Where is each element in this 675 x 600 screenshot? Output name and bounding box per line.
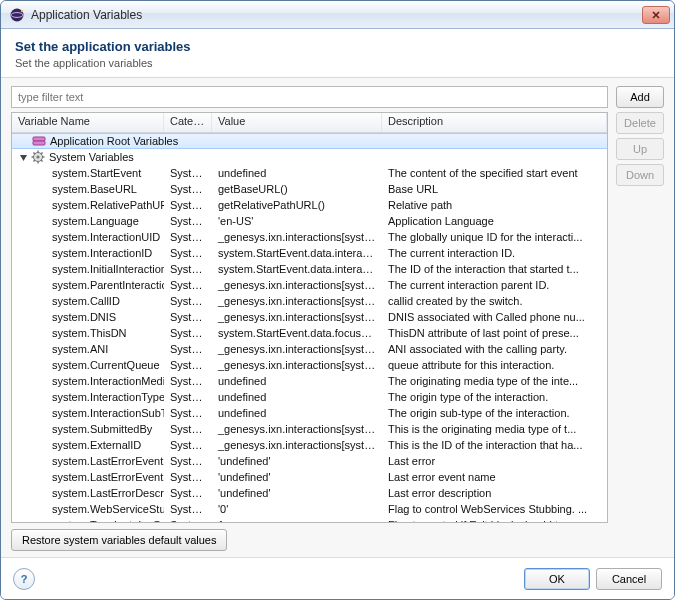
cell-description: The current interaction parent ID. — [382, 277, 607, 293]
svg-line-13 — [41, 152, 43, 154]
folder-icon — [32, 134, 46, 148]
column-header-value[interactable]: Value — [212, 113, 382, 132]
cell-name: system.SubmittedBy — [12, 421, 164, 437]
column-header-name[interactable]: Variable Name — [12, 113, 164, 132]
table-row[interactable]: system.SubmittedBySystem_genesys.ixn.int… — [12, 421, 607, 437]
cell-category: System — [164, 389, 212, 405]
cancel-button[interactable]: Cancel — [596, 568, 662, 590]
table-row[interactable]: system.InteractionSubTypSystemundefinedT… — [12, 405, 607, 421]
cell-name: system.Language — [12, 213, 164, 229]
cell-name: system.InitialInteractionID — [12, 261, 164, 277]
side-buttons: Add Delete Up Down — [616, 86, 664, 551]
table-row[interactable]: system.DNISSystem_genesys.ixn.interactio… — [12, 309, 607, 325]
cell-name: system.DNIS — [12, 309, 164, 325]
table-row[interactable]: system.InteractionUIDSystem_genesys.ixn.… — [12, 229, 607, 245]
svg-point-6 — [36, 155, 39, 158]
tree-node-app-root[interactable]: Application Root Variables — [12, 133, 607, 149]
cell-category: System — [164, 517, 212, 522]
cell-category: System — [164, 325, 212, 341]
svg-point-2 — [21, 9, 23, 11]
cell-category: System — [164, 373, 212, 389]
cell-category: System — [164, 485, 212, 501]
cell-value: getBaseURL() — [212, 181, 382, 197]
cell-value: _genesys.ixn.interactions[system.I... — [212, 357, 382, 373]
restore-defaults-button[interactable]: Restore system variables default values — [11, 529, 227, 551]
svg-line-12 — [41, 160, 43, 162]
table-row[interactable]: system.ParentInteractionIISystem_genesys… — [12, 277, 607, 293]
filter-input[interactable] — [11, 86, 608, 108]
expand-icon[interactable] — [18, 152, 29, 163]
tree-label: System Variables — [49, 151, 134, 163]
cell-name: system.InteractionID — [12, 245, 164, 261]
cell-name: system.RelativePathURL — [12, 197, 164, 213]
dialog-footer: ? OK Cancel — [1, 557, 674, 599]
table-row[interactable]: system.StartEventSystemundefinedThe cont… — [12, 165, 607, 181]
cell-name: system.LastErrorDescriptic — [12, 485, 164, 501]
table-row[interactable]: system.ExternalIDSystem_genesys.ixn.inte… — [12, 437, 607, 453]
svg-rect-4 — [33, 141, 45, 145]
table-row[interactable]: system.CallIDSystem_genesys.ixn.interact… — [12, 293, 607, 309]
window-title: Application Variables — [31, 8, 640, 22]
window-close-button[interactable] — [642, 6, 670, 24]
cell-name: system.InteractionMediaT — [12, 373, 164, 389]
cell-description: Last error — [382, 453, 607, 469]
table-row[interactable]: system.InteractionMediaTSystemundefinedT… — [12, 373, 607, 389]
cell-category: System — [164, 277, 212, 293]
cell-description: ANI associated with the calling party. — [382, 341, 607, 357]
titlebar[interactable]: Application Variables — [1, 1, 674, 29]
cell-category: System — [164, 229, 212, 245]
column-header-description[interactable]: Description — [382, 113, 607, 132]
table-row[interactable]: system.InteractionTypeSystemundefinedThe… — [12, 389, 607, 405]
cell-category: System — [164, 293, 212, 309]
delete-button[interactable]: Delete — [616, 112, 664, 134]
cell-name: system.ExternalID — [12, 437, 164, 453]
table-row[interactable]: system.TerminateIxnOnExSystem1Flag to co… — [12, 517, 607, 522]
help-button[interactable]: ? — [13, 568, 35, 590]
tree-label: Application Root Variables — [50, 135, 178, 147]
cell-description: The content of the specified start event — [382, 165, 607, 181]
column-header-category[interactable]: Category — [164, 113, 212, 132]
table-row[interactable]: system.WebServiceStubbiiSystem'0'Flag to… — [12, 501, 607, 517]
variables-table: Variable Name Category Value Description — [11, 112, 608, 523]
table-row[interactable]: system.LastErrorEventNamSystem'undefined… — [12, 469, 607, 485]
cell-value: system.StartEvent.data.interactionid — [212, 261, 382, 277]
cell-name: system.LastErrorEventNam — [12, 469, 164, 485]
cell-description: Application Language — [382, 213, 607, 229]
cell-value: '0' — [212, 501, 382, 517]
cell-value: system.StartEvent.data.focusdevic... — [212, 325, 382, 341]
tree-node-system[interactable]: System Variables — [12, 149, 607, 165]
table-row[interactable]: system.InitialInteractionIDSystemsystem.… — [12, 261, 607, 277]
cell-value: undefined — [212, 389, 382, 405]
dialog-window: Application Variables Set the applicatio… — [0, 0, 675, 600]
add-button[interactable]: Add — [616, 86, 664, 108]
cell-value: 1 — [212, 517, 382, 522]
cell-description: This is the originating media type of t.… — [382, 421, 607, 437]
cell-name: system.InteractionUID — [12, 229, 164, 245]
cell-value: undefined — [212, 165, 382, 181]
table-body[interactable]: Application Root Variables — [12, 133, 607, 522]
cell-value: 'undefined' — [212, 453, 382, 469]
cell-category: System — [164, 245, 212, 261]
table-row[interactable]: system.LastErrorDescripticSystem'undefin… — [12, 485, 607, 501]
cell-name: system.InteractionSubTyp — [12, 405, 164, 421]
cell-description: The ID of the interaction that started t… — [382, 261, 607, 277]
dialog-body: Variable Name Category Value Description — [1, 78, 674, 557]
table-row[interactable]: system.BaseURLSystemgetBaseURL()Base URL — [12, 181, 607, 197]
table-row[interactable]: system.ThisDNSystemsystem.StartEvent.dat… — [12, 325, 607, 341]
table-row[interactable]: system.ANISystem_genesys.ixn.interaction… — [12, 341, 607, 357]
cell-value: getRelativePathURL() — [212, 197, 382, 213]
table-row[interactable]: system.CurrentQueueSystem_genesys.ixn.in… — [12, 357, 607, 373]
cell-name: system.InteractionType — [12, 389, 164, 405]
up-button[interactable]: Up — [616, 138, 664, 160]
svg-line-11 — [33, 152, 35, 154]
ok-button[interactable]: OK — [524, 568, 590, 590]
eclipse-icon — [9, 7, 25, 23]
cell-category: System — [164, 341, 212, 357]
table-row[interactable]: system.LastErrorEventSystem'undefined'La… — [12, 453, 607, 469]
down-button[interactable]: Down — [616, 164, 664, 186]
table-row[interactable]: system.LanguageSystem'en-US'Application … — [12, 213, 607, 229]
cell-value: 'undefined' — [212, 469, 382, 485]
table-row[interactable]: system.RelativePathURLSystemgetRelativeP… — [12, 197, 607, 213]
cell-name: system.BaseURL — [12, 181, 164, 197]
table-row[interactable]: system.InteractionIDSystemsystem.StartEv… — [12, 245, 607, 261]
